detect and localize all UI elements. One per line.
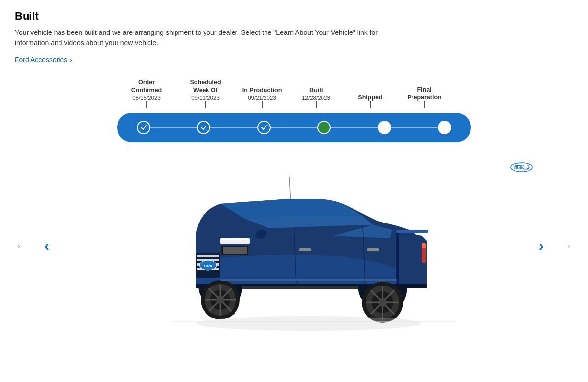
svg-rect-40 <box>422 243 426 248</box>
tracker-node-2[interactable] <box>257 121 271 134</box>
left-expand-arrow[interactable]: › <box>17 241 20 251</box>
step-label-4: Shipped <box>343 94 397 110</box>
tick-1 <box>205 101 206 108</box>
step-label-3: Built 12/28/2023 <box>289 86 343 110</box>
svg-text:Ford: Ford <box>204 264 213 268</box>
check-icon-1 <box>200 124 207 131</box>
ford-accessories-label: Ford Accessories <box>15 56 67 64</box>
tracker-node-1[interactable] <box>197 121 210 134</box>
step-name-5: FinalPreparation <box>407 86 441 102</box>
next-image-button[interactable]: › <box>539 237 544 254</box>
step-name-4: Shipped <box>358 94 382 101</box>
upcoming-dot-5 <box>439 122 450 133</box>
tracker-node-4[interactable] <box>378 121 391 134</box>
svg-text:360°: 360° <box>514 165 525 170</box>
svg-rect-11 <box>220 238 250 240</box>
tracker-nodes <box>137 121 451 134</box>
step-date-2: 09/21/2023 <box>248 95 276 102</box>
tracker-node-5[interactable] <box>438 121 451 134</box>
prev-image-button[interactable]: ‹ <box>44 237 49 254</box>
svg-rect-21 <box>220 286 373 289</box>
vehicle-section: 360° › ‹ <box>15 157 573 334</box>
svg-rect-4 <box>197 255 219 257</box>
360-icon: 360° <box>509 162 534 173</box>
tracker-node-0[interactable] <box>137 121 150 134</box>
svg-rect-16 <box>299 248 311 251</box>
check-icon-2 <box>261 124 267 131</box>
step-name-1: ScheduledWeek Of <box>190 78 221 95</box>
progress-tracker: OrderConfirmed 08/15/2023 ScheduledWeek … <box>15 78 573 142</box>
tracker-node-3[interactable] <box>317 121 331 134</box>
step-date-0: 08/15/2023 <box>132 95 161 102</box>
ford-accessories-link[interactable]: Ford Accessories › <box>15 56 72 64</box>
svg-point-41 <box>196 316 422 331</box>
page-title: Built <box>15 10 573 23</box>
check-icon-0 <box>140 124 147 131</box>
step-name-2: In Production <box>242 86 282 94</box>
tracker-labels-row: OrderConfirmed 08/15/2023 ScheduledWeek … <box>117 78 471 110</box>
tick-3 <box>316 101 317 108</box>
step-label-1: ScheduledWeek Of 09/11/2023 <box>176 78 235 110</box>
step-label-2: In Production 09/21/2023 <box>235 86 289 110</box>
truck-image: Ford <box>122 167 466 334</box>
svg-point-29 <box>216 296 224 304</box>
step-date-1: 09/11/2023 <box>191 95 220 102</box>
step-date-3: 12/28/2023 <box>302 95 330 102</box>
tick-4 <box>370 101 371 108</box>
active-dot <box>322 125 326 130</box>
svg-rect-18 <box>396 231 399 285</box>
tick-0 <box>146 101 147 108</box>
svg-rect-38 <box>220 279 397 281</box>
view-360-button[interactable]: 360° <box>509 162 534 173</box>
svg-rect-19 <box>396 230 428 233</box>
vehicle-image-container: Ford <box>107 157 481 334</box>
upcoming-dot-4 <box>379 122 390 133</box>
tick-2 <box>262 101 263 108</box>
tick-5 <box>424 101 425 108</box>
svg-rect-13 <box>223 247 247 254</box>
tracker-bar <box>117 113 471 142</box>
chevron-right-icon: › <box>70 56 72 64</box>
step-name-0: OrderConfirmed <box>131 78 162 95</box>
step-label-5: FinalPreparation <box>397 86 451 110</box>
page-description: Your vehicle has been built and we are a… <box>15 28 398 48</box>
svg-point-37 <box>378 298 387 307</box>
step-label-0: OrderConfirmed 08/15/2023 <box>117 78 176 110</box>
step-name-3: Built <box>309 86 323 94</box>
right-expand-arrow[interactable]: ‹ <box>568 241 571 251</box>
svg-rect-17 <box>367 248 379 251</box>
